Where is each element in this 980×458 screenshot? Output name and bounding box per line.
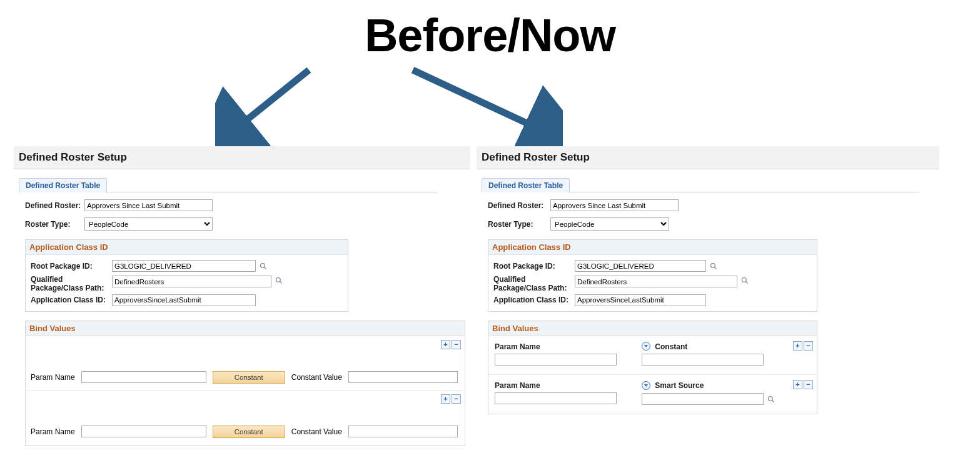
tab-defined-roster-table[interactable]: Defined Roster Table [19, 178, 107, 193]
root-package-label: Root Package ID: [493, 262, 575, 271]
lookup-icon[interactable] [709, 261, 719, 271]
application-class-group: Application Class ID Root Package ID: Qu… [25, 239, 348, 312]
smart-source-label-text: Smart Source [655, 381, 704, 390]
svg-line-1 [413, 70, 544, 131]
value-column: Constant [642, 342, 764, 366]
application-class-header: Application Class ID [26, 240, 348, 255]
bind-values-group: Bind Values + − Param Name Constant Cons… [25, 321, 465, 446]
application-class-header: Application Class ID [488, 240, 817, 255]
svg-point-4 [276, 278, 281, 282]
constant-value-label: Constant Value [291, 427, 342, 436]
param-name-label: Param Name [31, 373, 75, 382]
qualified-path-input[interactable] [112, 276, 271, 287]
lookup-icon[interactable] [274, 276, 284, 286]
constant-label-text: Constant [655, 342, 687, 351]
roster-type-row: Roster Type: PeopleCode [25, 217, 470, 231]
qualified-path-input[interactable] [575, 276, 737, 287]
svg-point-2 [261, 263, 265, 267]
before-panel: Defined Roster Setup Defined Roster Tabl… [14, 146, 470, 446]
remove-row-button[interactable]: − [452, 394, 461, 404]
defined-roster-input[interactable] [550, 199, 679, 211]
svg-point-10 [769, 396, 773, 401]
svg-line-5 [280, 282, 282, 284]
root-package-input[interactable] [112, 260, 256, 272]
smart-source-column-label: Smart Source [642, 381, 776, 391]
param-name-label: Param Name [31, 427, 75, 436]
constant-button[interactable]: Constant [213, 426, 285, 438]
app-class-id-input[interactable] [112, 294, 256, 306]
svg-line-11 [772, 400, 774, 402]
add-row-button[interactable]: + [441, 394, 450, 404]
defined-roster-row: Defined Roster: [25, 199, 470, 211]
arrow-right-icon [400, 62, 563, 147]
add-row-button[interactable]: + [441, 340, 450, 349]
defined-roster-label: Defined Roster: [488, 201, 550, 210]
arrow-left-icon [215, 62, 321, 147]
constant-value-input[interactable] [348, 426, 458, 437]
app-class-id-input[interactable] [575, 294, 706, 306]
root-package-input[interactable] [575, 260, 706, 272]
page-title: Defined Roster Setup [477, 146, 939, 169]
root-package-label: Root Package ID: [31, 262, 112, 271]
defined-roster-label: Defined Roster: [25, 201, 84, 210]
svg-line-0 [233, 70, 309, 131]
param-name-input[interactable] [81, 371, 206, 383]
param-name-label: Param Name [495, 381, 617, 390]
param-name-input[interactable] [495, 354, 617, 366]
roster-type-row: Roster Type: PeopleCode [488, 217, 939, 231]
param-name-column: Param Name [495, 342, 617, 366]
constant-input[interactable] [642, 354, 764, 366]
remove-row-button[interactable]: − [452, 340, 461, 349]
param-name-column: Param Name [495, 381, 617, 405]
add-row-button[interactable]: + [793, 380, 802, 389]
constant-button[interactable]: Constant [213, 371, 285, 384]
constant-value-input[interactable] [348, 371, 458, 383]
bind-values-header: Bind Values [26, 321, 465, 336]
page-heading: Before/Now [0, 9, 980, 62]
page-title: Defined Roster Setup [14, 146, 470, 169]
remove-row-button[interactable]: − [804, 341, 813, 351]
lookup-icon[interactable] [740, 276, 750, 286]
remove-row-button[interactable]: − [804, 380, 813, 389]
svg-line-7 [715, 267, 717, 269]
param-name-input[interactable] [81, 426, 206, 437]
param-name-input[interactable] [495, 392, 617, 404]
svg-point-6 [711, 263, 715, 267]
application-class-group: Application Class ID Root Package ID: Qu… [488, 239, 817, 312]
now-panel: Defined Roster Setup Defined Roster Tabl… [477, 146, 939, 414]
svg-line-3 [265, 267, 266, 269]
expand-icon[interactable] [642, 342, 650, 351]
app-class-id-label: Application Class ID: [31, 296, 112, 304]
app-class-id-label: Application Class ID: [493, 296, 575, 304]
tab-defined-roster-table[interactable]: Defined Roster Table [482, 178, 570, 193]
lookup-icon[interactable] [766, 394, 776, 404]
param-name-label: Param Name [495, 342, 617, 351]
svg-point-8 [742, 278, 747, 282]
defined-roster-row: Defined Roster: [488, 199, 939, 211]
add-row-button[interactable]: + [793, 341, 802, 351]
bind-values-group: Bind Values + − Param Name [488, 321, 817, 415]
roster-type-label: Roster Type: [25, 220, 84, 229]
roster-type-label: Roster Type: [488, 220, 550, 229]
value-column: Smart Source [642, 381, 776, 405]
qualified-path-label: Qualified Package/Class Path: [31, 276, 112, 293]
qualified-path-label: Qualified Package/Class Path: [493, 276, 575, 293]
svg-line-9 [746, 282, 748, 284]
roster-type-select[interactable]: PeopleCode [550, 217, 669, 231]
roster-type-select[interactable]: PeopleCode [84, 217, 213, 231]
smart-source-input[interactable] [642, 393, 764, 405]
constant-value-label: Constant Value [291, 373, 342, 382]
defined-roster-input[interactable] [84, 199, 213, 211]
lookup-icon[interactable] [258, 261, 268, 271]
expand-icon[interactable] [642, 381, 650, 390]
bind-values-header: Bind Values [488, 321, 817, 336]
constant-column-label: Constant [642, 342, 764, 352]
